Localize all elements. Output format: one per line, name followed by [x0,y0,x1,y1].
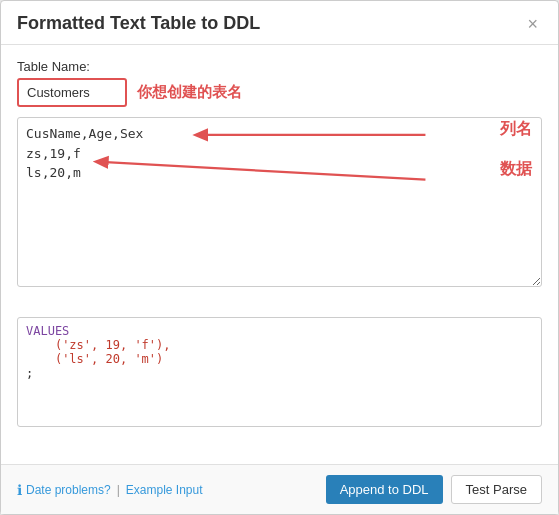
table-name-row: 你想创建的表名 [17,78,542,107]
data-textarea[interactable]: CusName,Age,Sex zs,19,f ls,20,m [17,117,542,287]
example-input-link[interactable]: Example Input [126,483,203,497]
test-parse-button[interactable]: Test Parse [451,475,542,504]
date-problems-link[interactable]: Date problems? [26,483,111,497]
table-name-label: Table Name: [17,59,542,74]
footer-separator: | [117,483,120,497]
footer-right: Append to DDL Test Parse [326,475,542,504]
table-name-input[interactable] [17,78,127,107]
dialog-body: Table Name: 你想创建的表名 CusName,Age,Sex zs,1… [1,45,558,464]
close-button[interactable]: × [523,15,542,33]
output-box[interactable]: VALUES ('zs', 19, 'f'), ('ls', 20, 'm') … [17,317,542,427]
data-input-section: CusName,Age,Sex zs,19,f ls,20,m 列名 数据 [17,117,542,307]
table-name-section: Table Name: 你想创建的表名 [17,59,542,107]
dialog-title: Formatted Text Table to DDL [17,13,260,34]
output-line-values: VALUES ('zs', 19, 'f'), ('ls', 20, 'm') … [26,324,533,380]
append-to-ddl-button[interactable]: Append to DDL [326,475,443,504]
dialog-footer: ℹ Date problems? | Example Input Append … [1,464,558,514]
dialog-header: Formatted Text Table to DDL × [1,1,558,45]
main-dialog: Formatted Text Table to DDL × Table Name… [0,0,559,515]
footer-left: ℹ Date problems? | Example Input [17,482,203,498]
annotation-table-name: 你想创建的表名 [137,83,242,102]
output-section: VALUES ('zs', 19, 'f'), ('ls', 20, 'm') … [17,317,542,427]
info-icon: ℹ [17,482,22,498]
